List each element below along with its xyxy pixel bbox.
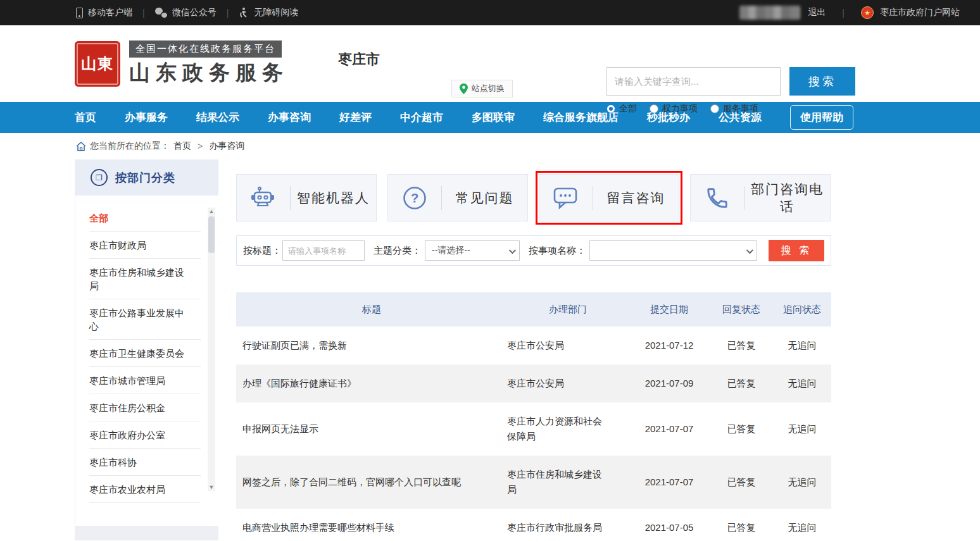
cell-title[interactable]: 电商营业执照办理需要哪些材料手续: [236, 509, 507, 541]
radio-dot-icon: [606, 104, 615, 113]
radio-service-label: 服务事项: [723, 103, 758, 115]
nav-home[interactable]: 首页: [75, 110, 96, 125]
sidebar-item-city-management[interactable]: 枣庄市城市管理局: [75, 367, 218, 394]
tab-smart-robot[interactable]: 智能机器人: [236, 174, 377, 221]
cell-date: 2021-07-09: [629, 364, 710, 402]
filter-title-input[interactable]: [282, 240, 365, 261]
cell-followup-status: 无追问: [773, 402, 831, 456]
cell-department: 枣庄市行政审批服务局: [507, 509, 629, 541]
table-row[interactable]: 办理《国际旅行健康证书》 枣庄市公安局 2021-07-09 已答复 无追问: [236, 364, 831, 402]
accessibility-icon: [239, 7, 249, 18]
breadcrumb: 您当前所在的位置： 首页 > 办事咨询: [0, 133, 980, 159]
cell-title[interactable]: 行驶证副页已满，需换新: [236, 326, 507, 364]
wechat-link[interactable]: 微信公众号: [155, 7, 217, 18]
cell-date: 2021-07-07: [629, 402, 710, 456]
tab-department-phone[interactable]: 部门咨询电话: [690, 174, 831, 221]
mobile-client-label: 移动客户端: [88, 7, 132, 18]
radio-service-items[interactable]: 服务事项: [710, 103, 758, 115]
breadcrumb-prefix: 您当前所在的位置：: [90, 140, 170, 152]
table-row[interactable]: 申报网页无法显示 枣庄市人力资源和社会保障局 2021-07-07 已答复 无追…: [236, 402, 831, 456]
tab-smart-robot-label: 智能机器人: [291, 189, 376, 207]
table-row[interactable]: 行驶证副页已满，需换新 枣庄市公安局 2021-07-12 已答复 无追问: [236, 326, 831, 364]
table-row[interactable]: 网签之后，除了合同二维码，官网哪个入口可以查呢 枣庄市住房和城乡建设局 2021…: [236, 456, 831, 509]
cell-date: 2021-07-07: [629, 456, 710, 509]
sidebar-item-health-commission[interactable]: 枣庄市卫生健康委员会: [75, 340, 218, 367]
table-row[interactable]: 电商营业执照办理需要哪些材料手续 枣庄市行政审批服务局 2021-07-05 已…: [236, 509, 831, 541]
radio-dot-icon: [650, 104, 658, 113]
shandong-seal-logo: 山東: [75, 41, 120, 87]
tab-message-consult-label: 留言咨询: [593, 189, 679, 207]
filter-topic-label: 主题分类：: [374, 245, 421, 257]
tab-message-consult[interactable]: 留言咨询: [539, 174, 679, 221]
sidebar-item-finance-bureau[interactable]: 枣庄市财政局: [75, 232, 218, 259]
tab-faq[interactable]: ? 常见问题: [387, 174, 528, 221]
cell-reply-status: 已答复: [710, 364, 773, 402]
category-icon: ❐: [91, 169, 108, 186]
username-redacted: [739, 6, 800, 20]
radio-power-items[interactable]: 权力事项: [650, 103, 698, 115]
search-scope-radios: 全部 权力事项 服务事项: [606, 103, 855, 115]
site-switch-label: 站点切换: [472, 83, 505, 94]
sidebar-item-all[interactable]: 全部: [75, 204, 218, 232]
phone-icon: [705, 186, 729, 210]
cell-title[interactable]: 办理《国际旅行健康证书》: [236, 364, 507, 402]
col-followup-status: 追问状态: [773, 292, 831, 326]
cell-followup-status: 无追问: [773, 364, 831, 402]
col-department: 办理部门: [507, 292, 629, 326]
logout-link[interactable]: 退出: [808, 7, 826, 18]
scroll-up-icon[interactable]: ▲: [208, 208, 215, 215]
header-search-button[interactable]: 搜索: [789, 67, 855, 96]
keyword-search-input[interactable]: [606, 67, 781, 96]
col-date: 提交日期: [629, 292, 710, 326]
cell-reply-status: 已答复: [710, 326, 773, 364]
radio-all[interactable]: 全部: [606, 103, 637, 115]
consult-channel-tabs: 智能机器人 ? 常见问题: [236, 174, 831, 221]
radio-dot-icon: [710, 104, 719, 113]
department-list: 全部 枣庄市财政局 枣庄市住房和城乡建设局 枣庄市公路事业发展中心 枣庄市卫生健…: [75, 196, 218, 526]
sidebar-item-science-association[interactable]: 枣庄市科协: [75, 449, 218, 476]
breadcrumb-separator: >: [198, 141, 203, 151]
nav-agency-market[interactable]: 中介超市: [400, 110, 443, 125]
scrollbar-thumb[interactable]: [208, 216, 215, 253]
item-name-select[interactable]: [589, 240, 757, 261]
cell-followup-status: 无追问: [773, 326, 831, 364]
message-icon: [553, 187, 579, 209]
topic-select[interactable]: --请选择--: [425, 240, 520, 261]
nav-services[interactable]: 办事服务: [125, 110, 168, 125]
filter-search-button[interactable]: 搜 索: [769, 240, 824, 261]
cell-title[interactable]: 网签之后，除了合同二维码，官网哪个入口可以查呢: [236, 456, 507, 509]
sidebar-scrollbar[interactable]: ▲ ▼: [208, 208, 215, 491]
divider: |: [842, 8, 845, 18]
sidebar-item-government-office[interactable]: 枣庄市政府办公室: [75, 421, 218, 449]
cell-followup-status: 无追问: [773, 456, 831, 509]
sidebar-item-housing-construction[interactable]: 枣庄市住房和城乡建设局: [75, 259, 218, 299]
accessibility-link[interactable]: 无障碍阅读: [239, 7, 298, 18]
mobile-phone-icon: [76, 8, 83, 18]
cell-reply-status: 已答复: [710, 509, 773, 541]
site-name: 山东政务服务: [129, 59, 289, 87]
divider: |: [142, 8, 145, 18]
breadcrumb-home[interactable]: 首页: [173, 140, 191, 152]
cell-department: 枣庄市住房和城乡建设局: [507, 456, 629, 509]
cell-title[interactable]: 申报网页无法显示: [236, 402, 507, 456]
nav-rating[interactable]: 好差评: [339, 110, 372, 125]
national-emblem-icon: ★: [861, 6, 874, 19]
site-switch-button[interactable]: 站点切换: [451, 80, 513, 97]
topic-select-value: --请选择--: [432, 245, 470, 256]
nav-results[interactable]: 结果公示: [196, 110, 239, 125]
question-icon: ?: [403, 186, 427, 210]
city-portal-link[interactable]: 枣庄市政府门户网站: [880, 7, 960, 18]
sidebar-item-highway-center[interactable]: 枣庄市公路事业发展中心: [75, 299, 218, 340]
nav-multi-review[interactable]: 多图联审: [472, 110, 515, 125]
divider: |: [227, 8, 229, 18]
mobile-client-link[interactable]: 移动客户端: [76, 7, 132, 18]
scroll-down-icon[interactable]: ▼: [208, 483, 215, 491]
wechat-icon: [155, 8, 167, 18]
cell-department: 枣庄市公安局: [507, 326, 629, 364]
breadcrumb-current: 办事咨询: [209, 140, 244, 152]
city-name: 枣庄市: [338, 50, 380, 69]
sidebar-item-housing-fund[interactable]: 枣庄市住房公积金: [75, 394, 218, 421]
sidebar-item-agriculture-bureau[interactable]: 枣庄市农业农村局: [75, 476, 218, 503]
nav-consult[interactable]: 办事咨询: [268, 110, 311, 125]
accessibility-label: 无障碍阅读: [254, 7, 298, 18]
